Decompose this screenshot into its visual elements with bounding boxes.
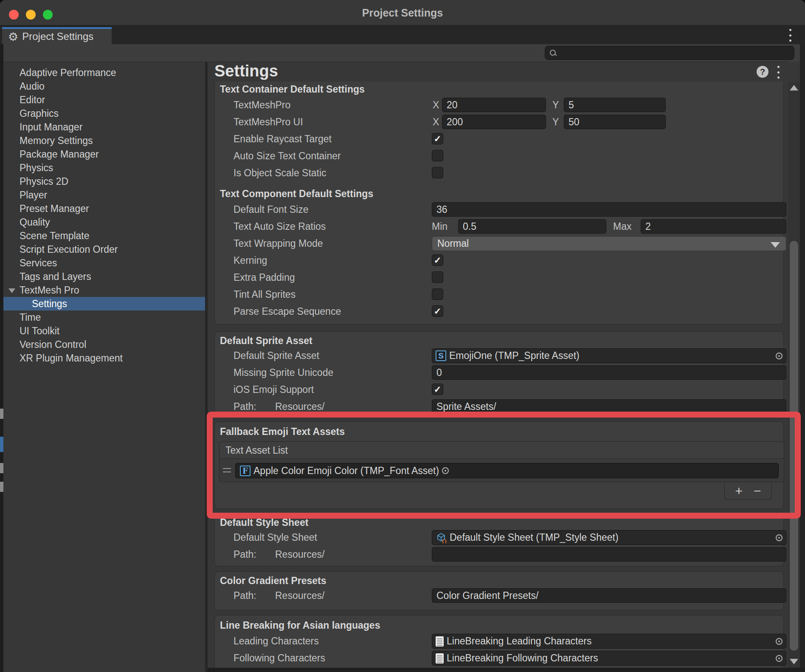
object-picker-icon[interactable]	[776, 655, 782, 662]
sidebar-item-services[interactable]: Services	[3, 256, 205, 270]
field-row-missing-sprite-unicode: Missing Sprite Unicode	[215, 364, 783, 381]
gradient-path-input[interactable]	[432, 588, 786, 603]
section-line-breaking: Line Breaking for Asian languages Leadin…	[214, 615, 784, 668]
auto-size-min-input[interactable]	[458, 219, 606, 234]
scroll-down-arrow-icon[interactable]	[790, 659, 798, 664]
fallback-font-asset-object-field[interactable]: F Apple Color Emoji Color (TMP_Font Asse…	[235, 463, 779, 478]
sidebar-item-editor[interactable]: Editor	[3, 93, 205, 107]
tabbar-menu-kebab-icon[interactable]	[789, 29, 791, 42]
field-row-style-sheet-path: Path: Resources/	[215, 546, 783, 563]
path-label: Path:	[234, 546, 256, 563]
search-box[interactable]	[545, 46, 794, 60]
enable-raycast-target-checkbox[interactable]: ✓	[432, 133, 443, 144]
parse-escape-sequence-checkbox[interactable]: ✓	[432, 305, 443, 317]
default-sprite-asset-object-field[interactable]: S EmojiOne (TMP_Sprite Asset)	[432, 348, 786, 363]
extra-padding-checkbox[interactable]	[432, 271, 443, 283]
missing-sprite-unicode-input[interactable]	[432, 365, 786, 380]
section-header: Line Breaking for Asian languages	[215, 618, 783, 632]
sidebar-item-physics-2d[interactable]: Physics 2D	[3, 175, 205, 188]
leading-characters-object-field[interactable]: LineBreaking Leading Characters	[432, 634, 786, 649]
sidebar-item-script-execution-order[interactable]: Script Execution Order	[3, 243, 205, 256]
scroll-up-arrow-icon[interactable]	[790, 85, 798, 90]
sidebar-item-audio[interactable]: Audio	[3, 79, 205, 93]
sidebar-item-quality[interactable]: Quality	[3, 215, 205, 229]
sidebar-item-memory-settings[interactable]: Memory Settings	[3, 134, 205, 147]
settings-search-input[interactable]	[557, 48, 794, 59]
sidebar-item-physics[interactable]: Physics	[3, 161, 205, 175]
field-row-textmeshpro: TextMeshPro X Y	[215, 96, 783, 113]
vertical-scrollbar[interactable]	[788, 82, 800, 668]
auto-size-text-container-checkbox[interactable]	[432, 150, 443, 161]
sidebar-item-player[interactable]: Player	[3, 188, 205, 202]
object-picker-icon[interactable]	[776, 638, 782, 645]
sidebar-item-settings[interactable]: Settings	[3, 297, 205, 311]
kerning-checkbox[interactable]: ✓	[432, 254, 443, 266]
field-row-tint-all-sprites: Tint All Sprites	[215, 286, 783, 303]
field-row-text-wrapping-mode: Text Wrapping Mode Normal	[215, 235, 783, 252]
field-label: Following Characters	[234, 649, 325, 666]
field-row-ios-emoji-support: iOS Emoji Support ✓	[215, 381, 783, 398]
chevron-down-icon	[771, 242, 780, 248]
object-picker-icon[interactable]	[776, 353, 782, 359]
field-label: Missing Sprite Unicode	[234, 364, 333, 381]
max-label: Max	[613, 218, 631, 235]
tint-all-sprites-checkbox[interactable]	[432, 288, 443, 300]
style-sheet-path-input[interactable]	[432, 547, 786, 562]
textmeshpro-ui-x-input[interactable]	[442, 115, 546, 129]
sidebar-item-input-manager[interactable]: Input Manager	[3, 120, 205, 134]
sidebar-item-tags-and-layers[interactable]: Tags and Layers	[3, 270, 205, 283]
sidebar-item-xr-plugin-management[interactable]: XR Plugin Management	[3, 351, 205, 365]
tab-label: Project Settings	[22, 31, 93, 42]
gear-icon: ⚙	[8, 31, 18, 42]
sprite-path-input[interactable]	[432, 399, 786, 414]
sidebar-item-graphics[interactable]: Graphics	[3, 107, 205, 120]
textmeshpro-x-input[interactable]	[442, 98, 546, 112]
object-field-value: Apple Color Emoji Color (TMP_Font Asset)	[253, 465, 439, 477]
sidebar-item-textmesh-pro[interactable]: TextMesh Pro	[3, 283, 205, 297]
path-prefix-label: Resources/	[275, 587, 324, 604]
field-row-auto-size-text-container: Auto Size Text Container	[215, 147, 783, 164]
field-label: Auto Size Text Container	[234, 147, 341, 164]
sidebar-item-version-control[interactable]: Version Control	[3, 338, 205, 351]
object-field-value: EmojiOne (TMP_Sprite Asset)	[449, 350, 773, 361]
auto-size-max-input[interactable]	[641, 219, 786, 234]
field-label: Leading Characters	[234, 632, 319, 649]
panel-header: Settings ?	[208, 62, 788, 82]
text-wrapping-mode-dropdown[interactable]: Normal	[432, 236, 786, 251]
following-characters-object-field[interactable]: LineBreaking Following Characters	[432, 651, 786, 666]
object-picker-icon[interactable]	[776, 534, 782, 541]
tab-project-settings[interactable]: ⚙ Project Settings	[2, 27, 112, 44]
textmeshpro-ui-y-input[interactable]	[564, 115, 666, 129]
field-label: Text Wrapping Mode	[234, 235, 323, 252]
section-default-sprite-asset: Default Sprite Asset Default Sprite Asse…	[214, 331, 784, 415]
textmeshpro-y-input[interactable]	[564, 98, 666, 112]
sidebar-item-time[interactable]: Time	[3, 311, 205, 324]
text-asset-list: Text Asset List F Apple Color Emoji Colo…	[219, 441, 784, 482]
remove-item-button[interactable]: −	[754, 485, 761, 497]
is-object-scale-static-checkbox[interactable]	[432, 167, 443, 178]
object-field-value: Default Style Sheet (TMP_Style Sheet)	[450, 532, 773, 543]
chevron-down-icon[interactable]	[8, 288, 15, 293]
default-font-size-input[interactable]	[432, 202, 786, 217]
object-field-value: LineBreaking Leading Characters	[447, 635, 773, 647]
sidebar-item-ui-toolkit[interactable]: UI Toolkit	[3, 324, 205, 338]
help-icon[interactable]: ?	[757, 66, 768, 78]
sidebar-item-adaptive-performance[interactable]: Adaptive Performance	[3, 66, 205, 79]
list-item[interactable]: F Apple Color Emoji Color (TMP_Font Asse…	[220, 459, 784, 482]
sidebar-item-package-manager[interactable]: Package Manager	[3, 147, 205, 161]
titlebar: Project Settings	[0, 0, 805, 25]
field-label: Is Object Scale Static	[234, 164, 327, 181]
add-item-button[interactable]: +	[735, 485, 743, 497]
section-header: Color Gradient Presets	[215, 574, 783, 587]
window-right-edge	[800, 44, 805, 672]
sidebar-item-preset-manager[interactable]: Preset Manager	[3, 202, 205, 215]
scrollbar-thumb[interactable]	[790, 241, 798, 651]
ios-emoji-support-checkbox[interactable]: ✓	[432, 384, 443, 395]
default-style-sheet-object-field[interactable]: {} Default Style Sheet (TMP_Style Sheet)	[432, 530, 786, 545]
drag-handle-icon[interactable]	[223, 468, 231, 472]
text-asset-icon	[436, 636, 444, 647]
section-header: Text Component Default Settings	[215, 186, 783, 201]
object-picker-icon[interactable]	[442, 467, 449, 474]
panel-menu-kebab-icon[interactable]	[777, 66, 780, 79]
sidebar-item-scene-template[interactable]: Scene Template	[3, 229, 205, 243]
